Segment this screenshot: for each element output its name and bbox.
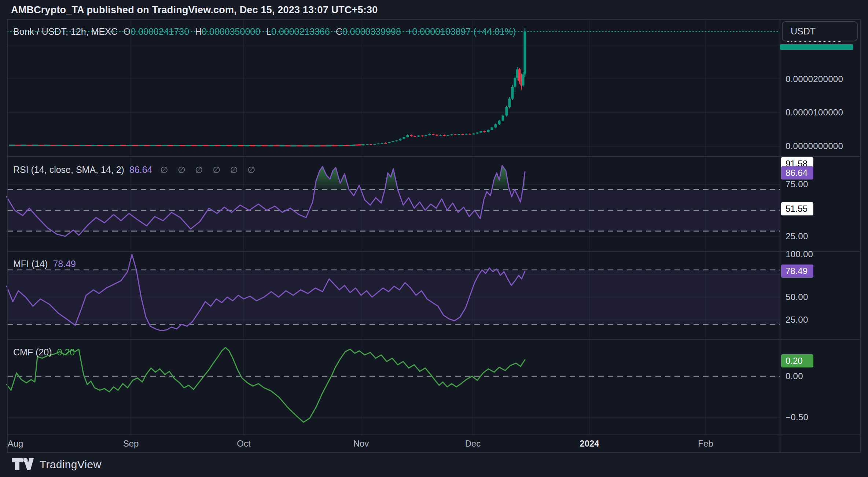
axis-tick-label: 0.0000100000 (786, 107, 843, 118)
change-value: +0.0000103897 (+44.01%) (407, 26, 516, 37)
tradingview-brand-text: TradingView (40, 458, 101, 471)
time-axis-label: Nov (353, 439, 369, 449)
high-label: H (195, 26, 202, 37)
time-axis-label: Dec (465, 439, 481, 449)
rsi-value: 86.64 (129, 164, 152, 175)
axis-tick-label: 0.0000200000 (786, 74, 843, 84)
axis-tick-label: 75.00 (786, 179, 808, 189)
cmf-title[interactable]: CMF (20) (13, 347, 52, 358)
rsi-legend: RSI (14, close, SMA, 14, 2) 86.64 ∅ ∅ ∅ … (13, 164, 255, 175)
mfi-legend: MFI (14) 78.49 (13, 259, 76, 269)
axis-tick-label: 0.00 (786, 371, 803, 381)
chart-canvas[interactable] (0, 0, 868, 477)
low-value: 0.0000213366 (271, 26, 330, 37)
cmf-legend: CMF (20) 0.20 (13, 347, 75, 358)
currency-toggle-button[interactable]: USDT (782, 21, 858, 41)
page-title: AMBCrypto_TA published on TradingView.co… (11, 4, 378, 16)
axis-tick-label: 100.00 (786, 249, 813, 259)
mfi-value: 78.49 (53, 259, 76, 269)
price-legend: Bonk / USDT, 12h, MEXC O 0.0000241730 H … (13, 26, 516, 37)
rsi-value-badge: 86.64 (781, 166, 813, 180)
current-price-strip (780, 44, 853, 50)
time-axis-label: 2024 (580, 439, 599, 449)
rsi-empty-slots: ∅ ∅ ∅ ∅ ∅ ∅ (160, 164, 255, 175)
time-axis-label: Sep (123, 439, 139, 449)
axis-tick-label: 0.0000000000 (786, 141, 843, 151)
open-label: O (124, 26, 130, 37)
cmf-value-badge: 0.20 (781, 354, 813, 367)
mfi-value-badge: 78.49 (781, 265, 813, 278)
high-value: 0.0000350000 (202, 26, 260, 37)
symbol-title[interactable]: Bonk / USDT, 12h, MEXC (13, 26, 118, 37)
axis-tick-label: 25.00 (786, 231, 808, 241)
rsi-title[interactable]: RSI (14, close, SMA, 14, 2) (13, 164, 124, 175)
tradingview-logo-icon (11, 457, 34, 472)
axis-tick-label: 50.00 (786, 292, 808, 302)
cmf-value: 0.20 (57, 347, 75, 358)
tradingview-attribution[interactable]: TradingView (11, 457, 101, 472)
time-axis-label: Oct (237, 439, 250, 449)
close-value: 0.0000339998 (342, 26, 401, 37)
mfi-title[interactable]: MFI (14) (13, 259, 48, 269)
tradingview-published-chart: AMBCrypto_TA published on TradingView.co… (0, 0, 868, 477)
axis-tick-label: 25.00 (786, 315, 808, 325)
time-axis-label: Aug (8, 439, 23, 449)
rsi-lower-band-badge: 51.55 (781, 202, 813, 215)
close-label: C (336, 26, 342, 37)
low-label: L (266, 26, 271, 37)
open-value: 0.0000241730 (130, 26, 189, 37)
axis-tick-label: −0.50 (786, 412, 808, 422)
time-axis-label: Feb (698, 439, 713, 449)
